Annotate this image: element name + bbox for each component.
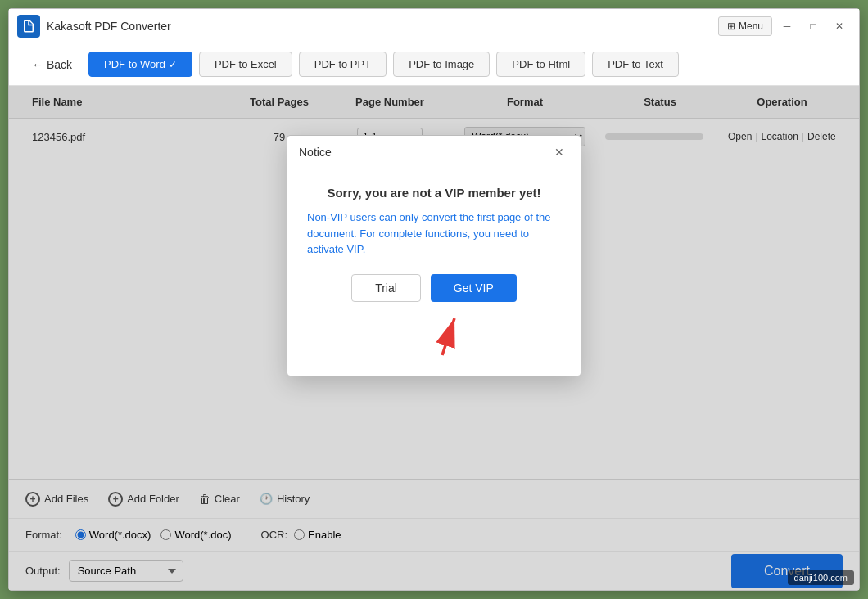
active-checkmark: ✓ bbox=[169, 59, 177, 70]
modal-sub-text: Non-VIP users can only convert the first… bbox=[307, 209, 561, 258]
toolbar: ← Back PDF to Word ✓ PDF to Excel PDF to… bbox=[9, 43, 859, 86]
get-vip-button[interactable]: Get VIP bbox=[431, 274, 517, 302]
modal-title: Notice bbox=[299, 146, 332, 159]
menu-grid-icon: ⊞ bbox=[727, 20, 735, 32]
tab-pdf-to-image[interactable]: PDF to Image bbox=[393, 52, 490, 77]
tab-pdf-to-word[interactable]: PDF to Word ✓ bbox=[88, 52, 192, 77]
back-button[interactable]: ← Back bbox=[22, 53, 82, 76]
minimize-button[interactable]: ─ bbox=[775, 15, 798, 38]
main-content: File Name Total Pages Page Number Format… bbox=[9, 86, 859, 590]
tab-pdf-to-text[interactable]: PDF to Text bbox=[592, 52, 679, 77]
notice-modal: Notice ✕ Sorry, you are not a VIP member… bbox=[287, 135, 581, 376]
site-watermark: danji100.com bbox=[788, 570, 854, 585]
maximize-button[interactable]: □ bbox=[802, 15, 825, 38]
app-title: Kakasoft PDF Converter bbox=[47, 20, 718, 33]
menu-button[interactable]: ⊞ Menu bbox=[718, 16, 772, 36]
modal-main-text: Sorry, you are not a VIP member yet! bbox=[307, 186, 561, 200]
modal-overlay: Notice ✕ Sorry, you are not a VIP member… bbox=[9, 86, 859, 590]
tab-pdf-to-html[interactable]: PDF to Html bbox=[496, 52, 585, 77]
modal-body: Sorry, you are not a VIP member yet! Non… bbox=[287, 169, 581, 376]
arrow-container bbox=[307, 310, 561, 359]
title-bar: Kakasoft PDF Converter ⊞ Menu ─ □ ✕ bbox=[9, 9, 859, 43]
window-controls: ⊞ Menu ─ □ ✕ bbox=[718, 15, 851, 38]
app-icon bbox=[17, 15, 40, 38]
red-arrow-icon bbox=[409, 310, 459, 359]
tab-pdf-to-ppt[interactable]: PDF to PPT bbox=[299, 52, 387, 77]
svg-line-1 bbox=[442, 318, 454, 355]
modal-actions: Trial Get VIP bbox=[307, 274, 561, 302]
trial-button[interactable]: Trial bbox=[351, 274, 421, 302]
tab-pdf-to-excel[interactable]: PDF to Excel bbox=[199, 52, 292, 77]
modal-header: Notice ✕ bbox=[287, 136, 581, 169]
modal-close-button[interactable]: ✕ bbox=[549, 144, 569, 160]
close-button[interactable]: ✕ bbox=[828, 15, 851, 38]
